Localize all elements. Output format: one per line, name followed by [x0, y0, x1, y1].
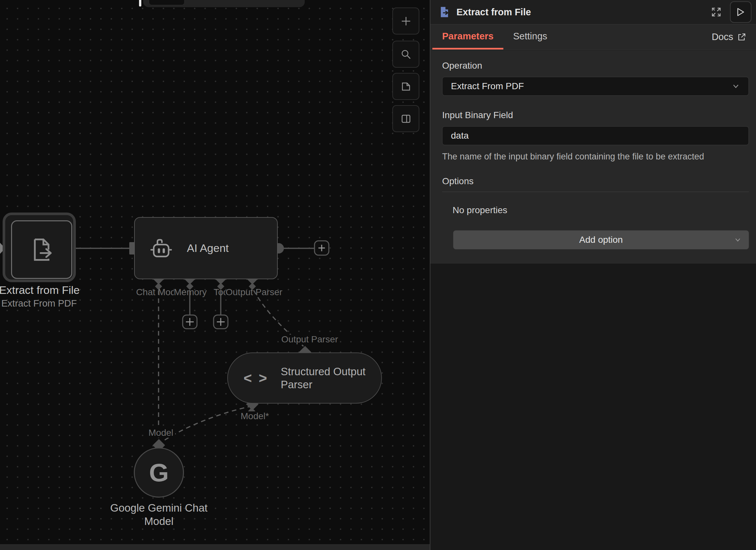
robot-icon [149, 238, 173, 259]
panel-tabbar: Parameters Settings Docs [430, 24, 756, 50]
options-empty-text: No properties [453, 205, 748, 216]
operation-select[interactable]: Extract From PDF [442, 77, 749, 96]
node-structured-output-parser[interactable]: < > Structured Output Parser [227, 352, 382, 403]
play-icon [736, 7, 745, 17]
add-option-label: Add option [579, 235, 623, 245]
extract-node-subtitle: Extract From PDF [1, 298, 77, 309]
node-ai-agent[interactable]: AI Agent [134, 217, 278, 279]
search-icon [400, 49, 412, 60]
file-export-icon [28, 236, 55, 263]
search-button[interactable] [392, 41, 419, 68]
tab-settings[interactable]: Settings [503, 24, 557, 49]
connector-label-chat-model: Chat Model [136, 287, 174, 297]
sticky-note-button[interactable] [392, 73, 419, 100]
edge-gemini-to-parser-model[interactable] [165, 407, 249, 440]
binary-field-input[interactable] [442, 126, 749, 145]
operation-label: Operation [442, 61, 748, 71]
tab-parameters[interactable]: Parameters [432, 24, 503, 49]
binary-field-help: The name of the input binary field conta… [442, 152, 748, 162]
plus-icon [400, 16, 412, 27]
docs-label: Docs [712, 32, 733, 42]
node-google-gemini-chat-model[interactable]: G [134, 447, 184, 498]
parameters-form: Operation Extract From PDF Input Binary … [430, 50, 756, 264]
connector-label-memory: Memory [174, 287, 207, 297]
docs-link[interactable]: Docs [712, 24, 746, 49]
connector-label-output-parser: Output Parser [226, 287, 282, 297]
expand-icon [710, 6, 722, 18]
options-label: Options [442, 176, 748, 187]
chevron-down-icon [732, 82, 740, 91]
connector-label-tool: Tool [214, 287, 226, 297]
node-details-panel: Extract from File Parameters Settings Do… [430, 0, 756, 550]
google-logo: G [149, 458, 169, 487]
add-node-button[interactable] [392, 7, 419, 35]
panel-header: Extract from File [430, 0, 756, 24]
chevron-down-icon [734, 236, 742, 244]
add-option-button[interactable]: Add option [453, 231, 749, 249]
gemini-model-label: Model [147, 428, 175, 438]
horizontal-scrollbar[interactable] [0, 544, 430, 550]
parser-model-label: Model* [239, 411, 271, 421]
parser-input-label: Output Parser [279, 334, 340, 344]
node-extract-from-file[interactable] [3, 213, 76, 282]
extract-node-title: Extract from File [0, 284, 80, 296]
external-link-icon [737, 33, 746, 42]
gemini-node-title: Google Gemini Chat Model [107, 501, 211, 528]
partial-node-edge [139, 0, 141, 7]
workflow-canvas[interactable]: Extract from File Extract From PDF AI Ag… [0, 0, 430, 550]
toggle-panel-button[interactable] [392, 105, 419, 132]
operation-value: Extract From PDF [451, 81, 524, 92]
file-export-icon-blue [438, 6, 451, 18]
binary-field-label: Input Binary Field [442, 110, 748, 120]
code-brackets-icon: < > [244, 370, 269, 386]
node-extract-from-file-body[interactable] [11, 220, 72, 279]
n8n-workflow-editor: Extract from File Extract From PDF AI Ag… [0, 0, 756, 550]
ai-agent-title: AI Agent [187, 242, 229, 255]
expand-button[interactable] [707, 3, 725, 21]
partial-node-top[interactable] [143, 0, 305, 7]
split-panel-icon [400, 113, 412, 124]
panel-title: Extract from File [456, 7, 707, 18]
new-note-icon [400, 81, 412, 92]
parser-title: Structured Output Parser [281, 365, 381, 391]
partial-node-inner [149, 0, 185, 5]
execute-node-button[interactable] [730, 1, 751, 23]
options-divider [442, 192, 749, 192]
